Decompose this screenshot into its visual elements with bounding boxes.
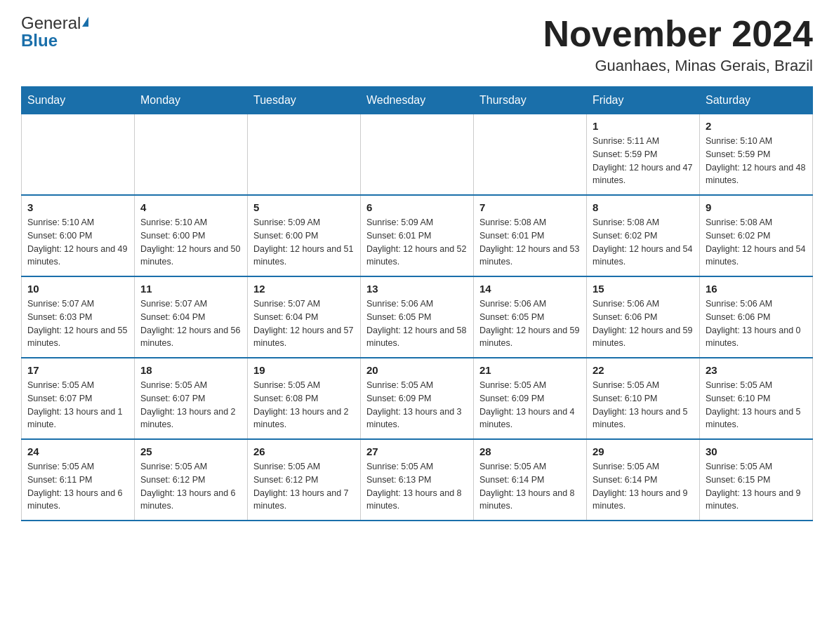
header-wednesday: Wednesday <box>361 87 474 114</box>
table-row: 10Sunrise: 5:07 AM Sunset: 6:03 PM Dayli… <box>22 276 135 358</box>
table-row <box>248 114 361 196</box>
logo-general: General <box>21 14 81 32</box>
day-info: Sunrise: 5:07 AM Sunset: 6:04 PM Dayligh… <box>140 297 241 350</box>
table-row: 13Sunrise: 5:06 AM Sunset: 6:05 PM Dayli… <box>361 276 474 358</box>
table-row: 3Sunrise: 5:10 AM Sunset: 6:00 PM Daylig… <box>22 195 135 276</box>
day-info: Sunrise: 5:05 AM Sunset: 6:11 PM Dayligh… <box>27 460 128 513</box>
table-row: 19Sunrise: 5:05 AM Sunset: 6:08 PM Dayli… <box>248 358 361 439</box>
day-info: Sunrise: 5:05 AM Sunset: 6:12 PM Dayligh… <box>253 460 355 513</box>
day-number: 16 <box>706 283 807 295</box>
day-info: Sunrise: 5:05 AM Sunset: 6:09 PM Dayligh… <box>479 379 581 431</box>
day-number: 28 <box>479 445 581 457</box>
day-number: 14 <box>479 283 581 295</box>
day-info: Sunrise: 5:07 AM Sunset: 6:03 PM Dayligh… <box>27 297 128 350</box>
day-number: 21 <box>479 364 581 376</box>
day-number: 2 <box>706 120 807 132</box>
day-number: 17 <box>27 364 128 376</box>
table-row: 28Sunrise: 5:05 AM Sunset: 6:14 PM Dayli… <box>474 439 587 521</box>
month-title: November 2024 <box>543 14 813 54</box>
day-number: 20 <box>366 364 468 376</box>
table-row: 29Sunrise: 5:05 AM Sunset: 6:14 PM Dayli… <box>587 439 700 521</box>
logo-triangle-icon <box>82 17 88 27</box>
day-info: Sunrise: 5:05 AM Sunset: 6:08 PM Dayligh… <box>253 379 355 431</box>
day-number: 3 <box>27 201 128 213</box>
table-row <box>361 114 474 196</box>
table-row: 22Sunrise: 5:05 AM Sunset: 6:10 PM Dayli… <box>587 358 700 439</box>
table-row <box>135 114 248 196</box>
header-monday: Monday <box>135 87 248 114</box>
day-info: Sunrise: 5:08 AM Sunset: 6:02 PM Dayligh… <box>706 216 807 269</box>
table-row: 12Sunrise: 5:07 AM Sunset: 6:04 PM Dayli… <box>248 276 361 358</box>
day-info: Sunrise: 5:11 AM Sunset: 5:59 PM Dayligh… <box>593 135 694 187</box>
table-row: 15Sunrise: 5:06 AM Sunset: 6:06 PM Dayli… <box>587 276 700 358</box>
calendar-table: Sunday Monday Tuesday Wednesday Thursday… <box>21 86 813 521</box>
day-number: 6 <box>366 201 468 213</box>
day-info: Sunrise: 5:09 AM Sunset: 6:01 PM Dayligh… <box>366 216 468 269</box>
table-row: 23Sunrise: 5:05 AM Sunset: 6:10 PM Dayli… <box>700 358 813 439</box>
table-row: 30Sunrise: 5:05 AM Sunset: 6:15 PM Dayli… <box>700 439 813 521</box>
day-info: Sunrise: 5:05 AM Sunset: 6:14 PM Dayligh… <box>479 460 581 513</box>
header-saturday: Saturday <box>700 87 813 114</box>
day-number: 4 <box>140 201 241 213</box>
day-number: 22 <box>593 364 694 376</box>
day-info: Sunrise: 5:05 AM Sunset: 6:13 PM Dayligh… <box>366 460 468 513</box>
location-title: Guanhaes, Minas Gerais, Brazil <box>543 57 813 75</box>
day-info: Sunrise: 5:09 AM Sunset: 6:00 PM Dayligh… <box>253 216 355 269</box>
day-number: 8 <box>593 201 694 213</box>
calendar-week-row: 17Sunrise: 5:05 AM Sunset: 6:07 PM Dayli… <box>22 358 813 439</box>
calendar-week-row: 1Sunrise: 5:11 AM Sunset: 5:59 PM Daylig… <box>22 114 813 196</box>
day-info: Sunrise: 5:06 AM Sunset: 6:05 PM Dayligh… <box>366 297 468 350</box>
calendar-week-row: 10Sunrise: 5:07 AM Sunset: 6:03 PM Dayli… <box>22 276 813 358</box>
header-sunday: Sunday <box>22 87 135 114</box>
day-number: 10 <box>27 283 128 295</box>
table-row <box>474 114 587 196</box>
logo: General Blue <box>21 14 88 51</box>
table-row: 6Sunrise: 5:09 AM Sunset: 6:01 PM Daylig… <box>361 195 474 276</box>
day-info: Sunrise: 5:05 AM Sunset: 6:12 PM Dayligh… <box>140 460 241 513</box>
day-info: Sunrise: 5:06 AM Sunset: 6:06 PM Dayligh… <box>706 297 807 350</box>
day-number: 26 <box>253 445 355 457</box>
day-info: Sunrise: 5:10 AM Sunset: 5:59 PM Dayligh… <box>706 135 807 187</box>
day-info: Sunrise: 5:05 AM Sunset: 6:10 PM Dayligh… <box>706 379 807 431</box>
day-info: Sunrise: 5:05 AM Sunset: 6:07 PM Dayligh… <box>140 379 241 431</box>
calendar-week-row: 3Sunrise: 5:10 AM Sunset: 6:00 PM Daylig… <box>22 195 813 276</box>
calendar-header-row: Sunday Monday Tuesday Wednesday Thursday… <box>22 87 813 114</box>
day-info: Sunrise: 5:07 AM Sunset: 6:04 PM Dayligh… <box>253 297 355 350</box>
day-number: 30 <box>706 445 807 457</box>
day-number: 18 <box>140 364 241 376</box>
table-row: 8Sunrise: 5:08 AM Sunset: 6:02 PM Daylig… <box>587 195 700 276</box>
table-row: 21Sunrise: 5:05 AM Sunset: 6:09 PM Dayli… <box>474 358 587 439</box>
table-row: 27Sunrise: 5:05 AM Sunset: 6:13 PM Dayli… <box>361 439 474 521</box>
day-number: 13 <box>366 283 468 295</box>
table-row: 1Sunrise: 5:11 AM Sunset: 5:59 PM Daylig… <box>587 114 700 196</box>
day-info: Sunrise: 5:05 AM Sunset: 6:10 PM Dayligh… <box>593 379 694 431</box>
day-number: 23 <box>706 364 807 376</box>
table-row: 11Sunrise: 5:07 AM Sunset: 6:04 PM Dayli… <box>135 276 248 358</box>
day-number: 24 <box>27 445 128 457</box>
table-row: 2Sunrise: 5:10 AM Sunset: 5:59 PM Daylig… <box>700 114 813 196</box>
table-row: 18Sunrise: 5:05 AM Sunset: 6:07 PM Dayli… <box>135 358 248 439</box>
table-row: 7Sunrise: 5:08 AM Sunset: 6:01 PM Daylig… <box>474 195 587 276</box>
title-area: November 2024 Guanhaes, Minas Gerais, Br… <box>543 14 813 75</box>
table-row: 14Sunrise: 5:06 AM Sunset: 6:05 PM Dayli… <box>474 276 587 358</box>
day-number: 15 <box>593 283 694 295</box>
calendar-week-row: 24Sunrise: 5:05 AM Sunset: 6:11 PM Dayli… <box>22 439 813 521</box>
day-number: 5 <box>253 201 355 213</box>
day-info: Sunrise: 5:06 AM Sunset: 6:06 PM Dayligh… <box>593 297 694 350</box>
day-number: 27 <box>366 445 468 457</box>
day-number: 7 <box>479 201 581 213</box>
table-row: 20Sunrise: 5:05 AM Sunset: 6:09 PM Dayli… <box>361 358 474 439</box>
logo-blue: Blue <box>21 31 58 51</box>
table-row: 24Sunrise: 5:05 AM Sunset: 6:11 PM Dayli… <box>22 439 135 521</box>
table-row: 4Sunrise: 5:10 AM Sunset: 6:00 PM Daylig… <box>135 195 248 276</box>
day-number: 29 <box>593 445 694 457</box>
table-row: 9Sunrise: 5:08 AM Sunset: 6:02 PM Daylig… <box>700 195 813 276</box>
day-info: Sunrise: 5:08 AM Sunset: 6:02 PM Dayligh… <box>593 216 694 269</box>
day-info: Sunrise: 5:10 AM Sunset: 6:00 PM Dayligh… <box>27 216 128 269</box>
day-info: Sunrise: 5:10 AM Sunset: 6:00 PM Dayligh… <box>140 216 241 269</box>
day-info: Sunrise: 5:05 AM Sunset: 6:15 PM Dayligh… <box>706 460 807 513</box>
table-row: 17Sunrise: 5:05 AM Sunset: 6:07 PM Dayli… <box>22 358 135 439</box>
day-number: 11 <box>140 283 241 295</box>
day-info: Sunrise: 5:06 AM Sunset: 6:05 PM Dayligh… <box>479 297 581 350</box>
table-row <box>22 114 135 196</box>
